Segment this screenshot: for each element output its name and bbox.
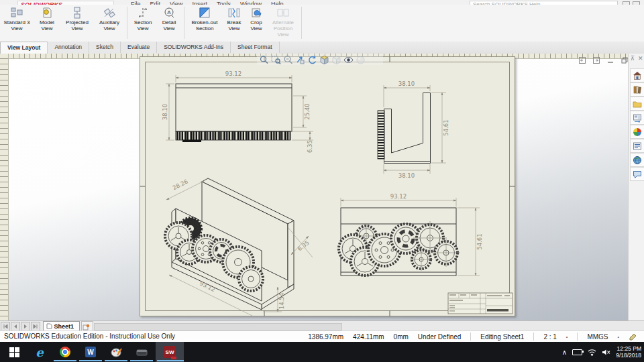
quick-tips-icon[interactable] (629, 333, 637, 341)
magnifier-icon[interactable] (283, 55, 293, 65)
zoom-fit-icon[interactable] (259, 55, 269, 65)
model-view-button[interactable]: Model View (34, 6, 60, 40)
dimension-label[interactable]: 93.12 (390, 193, 407, 200)
task-pane-tab-view-palette[interactable] (630, 111, 644, 125)
home-icon (633, 71, 642, 80)
command-manager-toolbar: Standard 3 View Model View Projected Vie… (0, 5, 644, 42)
button-label: Model View (35, 19, 59, 32)
file-explorer-button[interactable] (129, 345, 154, 359)
pin-task-pane-icon[interactable]: ⊼ (630, 55, 635, 64)
next-document-icon[interactable] (592, 56, 600, 64)
zoom-area-icon[interactable] (271, 55, 281, 65)
task-pane-tab-appearances[interactable] (630, 125, 644, 139)
task-pane-tab-file-explorer[interactable] (630, 97, 644, 111)
add-sheet-button[interactable] (81, 321, 93, 330)
auxiliary-view-button[interactable]: Auxiliary View (94, 6, 125, 40)
dimension-label[interactable]: 93.12 (225, 70, 241, 77)
edition-label: SOLIDWORKS Education Edition - Instructi… (4, 333, 175, 340)
detail-view-button[interactable]: A Detail View (156, 6, 182, 40)
section-view-button[interactable]: Section View (129, 6, 156, 40)
button-label: Break View (224, 19, 244, 32)
word-running-indicator (79, 360, 102, 361)
view-orientation-icon[interactable] (319, 55, 329, 65)
first-sheet-button[interactable] (1, 322, 10, 331)
broken-out-section-button[interactable]: Broken-out Section (186, 6, 223, 40)
rotate-view-icon[interactable] (307, 55, 317, 65)
pointer-z-coordinate: 0mm (394, 333, 409, 341)
next-sheet-button[interactable] (21, 322, 30, 331)
paint-running-indicator (105, 360, 127, 361)
sheet-tab-sheet1[interactable]: Sheet1 (43, 321, 80, 331)
previous-sheet-button[interactable] (11, 322, 20, 331)
tab-evaluate[interactable]: Evaluate (121, 42, 157, 53)
tab-sheet-format[interactable]: Sheet Format (231, 42, 280, 53)
graphics-area: .ol{fill:#ecebdf;stroke:#3c3c3c;stroke-w… (0, 54, 644, 320)
dimension-label[interactable]: 38.10 (398, 80, 415, 87)
solidworks-running-indicator (157, 360, 184, 361)
internet-explorer-button[interactable]: e (27, 345, 52, 359)
task-pane-tab-design-library[interactable] (630, 82, 644, 97)
start-button[interactable] (1, 345, 27, 359)
clock[interactable]: 12:25 PM 9/18/2018 (616, 345, 641, 359)
dimension-label[interactable]: 14.54 (278, 293, 285, 309)
tab-view-layout[interactable]: View Layout (0, 42, 48, 54)
pointer-y-coordinate: 424.11mm (353, 333, 384, 341)
sheet-icon (46, 323, 52, 329)
horizontal-scrollbar-thumb[interactable] (94, 323, 342, 330)
system-tray: ∧ 12:25 PM 9/18/2018 (562, 342, 641, 362)
sheet-scale-value[interactable]: 2 : 1 (543, 333, 556, 341)
solidworks-window: SOLIDWORKS File Edit View Insert Tools W… (0, 0, 644, 362)
pan-icon[interactable] (295, 55, 305, 65)
break-view-button[interactable]: Break View (223, 6, 246, 40)
tab-sketch[interactable]: Sketch (89, 42, 121, 53)
projected-view-button[interactable]: Projected View (60, 6, 94, 40)
task-pane-tab-forum[interactable] (630, 167, 644, 181)
button-label: Standard 3 View (1, 19, 32, 32)
dimension-label[interactable]: 54.61 (476, 233, 483, 249)
wifi-icon[interactable] (588, 349, 596, 356)
sheet-tab-bar: Sheet1 (0, 320, 644, 331)
last-sheet-button[interactable] (31, 322, 40, 331)
task-pane-tab-solidworks-resources[interactable] (630, 153, 644, 167)
previous-document-icon[interactable] (578, 56, 586, 64)
dimension-label[interactable]: 38.10 (162, 104, 168, 120)
units-dropdown-icon[interactable]: ▴ (617, 335, 619, 339)
folder-icon (633, 99, 642, 109)
broken-out-section-icon (198, 7, 211, 19)
heads-up-view-toolbar (257, 54, 383, 65)
appearance-icon[interactable] (356, 55, 366, 65)
chrome-button[interactable] (52, 345, 78, 359)
standard-3-view-icon (10, 7, 23, 19)
close-task-pane-icon[interactable]: ✕ (638, 55, 643, 64)
tray-date: 9/18/2018 (616, 352, 641, 359)
dimension-label[interactable]: 54.61 (443, 119, 449, 135)
volume-muted-icon[interactable] (602, 349, 610, 356)
word-button[interactable]: W (78, 345, 103, 359)
scale-dropdown-icon[interactable]: ▴ (566, 335, 568, 339)
drawing-sheet[interactable]: .ol{fill:#ecebdf;stroke:#3c3c3c;stroke-w… (140, 56, 515, 316)
appearances-sphere-icon (633, 127, 642, 137)
dimension-label[interactable]: 6.35 (307, 140, 313, 153)
unit-system-value[interactable]: MMGS (587, 333, 608, 341)
projected-view-icon (70, 7, 84, 19)
minimize-document-icon[interactable] (606, 56, 614, 64)
tray-overflow-icon[interactable]: ∧ (562, 349, 567, 356)
status-bar: SOLIDWORKS Education Edition - Instructi… (0, 330, 644, 343)
task-pane-tab-home[interactable] (630, 68, 644, 82)
standard-3-view-button[interactable]: Standard 3 View (0, 6, 34, 40)
windows-taskbar: e W SW ∧ 12:25 PM 9/18/201 (0, 342, 644, 362)
tab-solidworks-add-ins[interactable]: SOLIDWORKS Add-Ins (157, 42, 231, 53)
crop-view-button[interactable]: Crop View (246, 6, 267, 40)
dimension-label[interactable]: 25.40 (304, 103, 311, 119)
paint-button[interactable] (103, 345, 129, 359)
task-pane-tab-custom-properties[interactable] (630, 139, 644, 153)
dimension-label[interactable]: 38.10 (398, 172, 415, 179)
break-view-icon (227, 7, 241, 19)
toolbar-separator (127, 7, 127, 39)
windows-logo-icon (9, 347, 19, 357)
display-style-icon[interactable] (331, 55, 341, 65)
solidworks-button[interactable]: SW (157, 345, 182, 359)
tab-annotation[interactable]: Annotation (48, 42, 89, 53)
hide-show-items-icon[interactable] (343, 55, 354, 65)
battery-icon[interactable] (572, 349, 582, 355)
